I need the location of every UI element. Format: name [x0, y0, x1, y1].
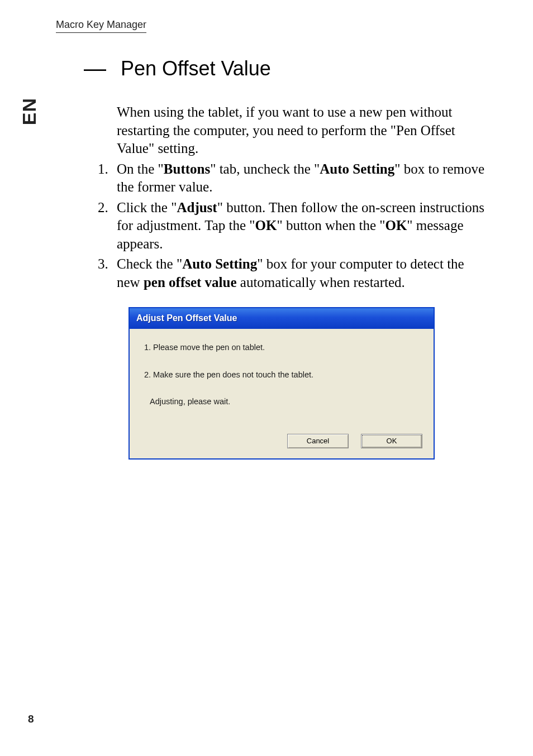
dialog-titlebar: Adjust Pen Offset Value — [130, 308, 434, 329]
step-3: 3. Check the "Auto Setting" box for your… — [98, 255, 486, 291]
step-text: On the "Buttons" tab, uncheck the "Auto … — [117, 160, 486, 197]
bold: OK — [385, 218, 407, 233]
step-1: 1. On the "Buttons" tab, uncheck the "Au… — [98, 160, 486, 197]
dash-bullet: — — [84, 56, 105, 81]
dialog-line-3: Adjusting, please wait. — [144, 396, 419, 407]
t: Check the " — [117, 256, 182, 271]
dialog-adjust-pen-offset: Adjust Pen Offset Value 1. Please move t… — [129, 307, 435, 460]
t: automatically when restarted. — [237, 275, 405, 290]
section-body: When using the tablet, if you want to us… — [98, 103, 486, 460]
bold: Adjust — [177, 200, 217, 215]
section-title: Pen Offset Value — [121, 57, 271, 80]
language-tab: EN — [18, 98, 40, 125]
t: " button when the " — [277, 218, 385, 233]
step-text: Check the "Auto Setting" box for your co… — [117, 255, 486, 291]
step-number: 2. — [98, 199, 117, 253]
step-number: 3. — [98, 255, 117, 291]
section-title-row: — Pen Offset Value — [84, 56, 486, 81]
page-number: 8 — [28, 713, 34, 725]
t: " tab, uncheck the " — [210, 161, 320, 176]
step-2: 2. Click the "Adjust" button. Then follo… — [98, 199, 486, 253]
dialog-line-2: 2. Make sure the pen does not touch the … — [144, 370, 419, 380]
intro-paragraph: When using the tablet, if you want to us… — [117, 103, 486, 158]
dialog-button-row: Cancel OK — [130, 428, 434, 458]
bold: Auto Setting — [320, 161, 394, 176]
step-text: Click the "Adjust" button. Then follow t… — [117, 199, 486, 253]
step-number: 1. — [98, 160, 117, 197]
header-label: Macro Key Manager — [56, 19, 146, 33]
content-area: — Pen Offset Value When using the tablet… — [84, 56, 486, 460]
t: On the " — [117, 161, 164, 176]
bold: OK — [255, 218, 277, 233]
bold: pen offset value — [144, 275, 237, 290]
cancel-button[interactable]: Cancel — [287, 434, 349, 448]
dialog-line-1: 1. Please move the pen on tablet. — [144, 342, 419, 353]
bold: Buttons — [164, 161, 210, 176]
ok-button[interactable]: OK — [361, 434, 422, 448]
dialog-body: 1. Please move the pen on tablet. 2. Mak… — [130, 329, 434, 429]
bold: Auto Setting — [182, 256, 257, 271]
t: Click the " — [117, 200, 177, 215]
